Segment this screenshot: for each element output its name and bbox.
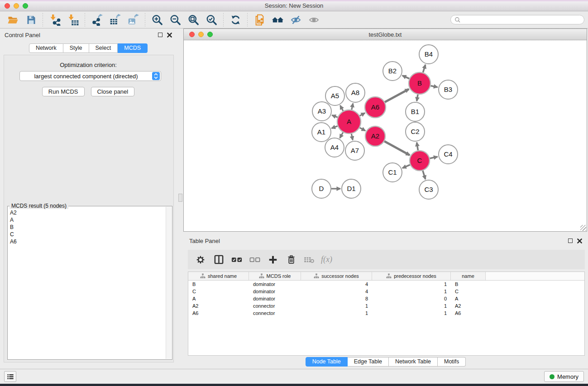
graph-node-A6[interactable]: A6 (365, 97, 386, 118)
tab-edge-table[interactable]: Edge Table (348, 357, 389, 367)
tab-node-table[interactable]: Node Table (306, 357, 348, 367)
graph-edge-A-A2[interactable] (360, 128, 365, 131)
graph-edge-B-B1[interactable] (417, 95, 418, 101)
float-panel-icon[interactable] (158, 33, 163, 37)
search-field[interactable] (450, 15, 584, 24)
graph-edge-C-C2[interactable] (417, 143, 418, 151)
network-maximize-button[interactable] (207, 32, 213, 37)
mcds-result-list[interactable]: A2 A B C A6 (9, 209, 165, 358)
table-row[interactable]: A6 connector 1 1 A6 (188, 310, 584, 317)
select-all-icon[interactable] (229, 252, 245, 267)
graph-node-C2[interactable]: C2 (406, 122, 425, 141)
graph-node-C4[interactable]: C4 (439, 145, 458, 164)
graph-node-D1[interactable]: D1 (342, 179, 361, 198)
show-columns-icon[interactable] (210, 252, 227, 267)
zoom-selected-icon[interactable] (202, 13, 220, 27)
run-mcds-button[interactable]: Run MCDS (42, 87, 85, 96)
table-row[interactable]: A dominator 8 0 A (188, 295, 584, 302)
export-network-icon[interactable] (88, 13, 106, 27)
graph-node-A1[interactable]: A1 (312, 123, 331, 142)
export-image-icon[interactable] (124, 13, 142, 27)
memory-button[interactable]: Memory (544, 371, 584, 382)
result-scrollbar[interactable] (166, 207, 172, 359)
close-window-button[interactable] (5, 3, 10, 9)
save-session-icon[interactable] (22, 13, 40, 27)
table-row[interactable]: B dominator 4 1 B (188, 281, 584, 288)
graph-edge-B-B3[interactable] (430, 86, 437, 87)
network-canvas[interactable]: AA1A2A3A4A5A6A7A8BB1B2B3B4CC1C2C3C4DD1 (184, 40, 587, 231)
graph-node-A7[interactable]: A7 (345, 141, 364, 160)
graph-node-B[interactable]: B (409, 72, 430, 94)
table-settings-gear-icon[interactable] (192, 252, 209, 267)
graph-edge-B-B2[interactable] (402, 76, 409, 79)
graph-edge-A-A3[interactable] (332, 115, 337, 118)
open-session-icon[interactable] (4, 13, 22, 27)
graph-node-D[interactable]: D (312, 179, 331, 198)
table-row[interactable]: C dominator 4 1 C (188, 288, 584, 295)
graph-node-A5[interactable]: A5 (325, 86, 344, 105)
graph-edge-C-C3[interactable] (423, 171, 425, 179)
graph-node-B1[interactable]: B1 (406, 102, 425, 121)
result-item[interactable]: A (10, 216, 165, 224)
split-divider-grip[interactable] (178, 194, 182, 202)
tab-network-table[interactable]: Network Table (389, 357, 438, 367)
task-history-button[interactable] (4, 371, 16, 382)
minimize-window-button[interactable] (14, 3, 19, 9)
graph-node-A2[interactable]: A2 (365, 126, 385, 146)
close-table-panel-icon[interactable] (577, 238, 582, 243)
deselect-all-icon[interactable] (247, 252, 263, 267)
graph-edge-A-A7[interactable] (351, 133, 353, 140)
graph-edge-B-B4[interactable] (423, 65, 425, 72)
graph-node-A8[interactable]: A8 (346, 83, 365, 102)
add-column-icon[interactable] (265, 252, 281, 267)
graph-node-B2[interactable]: B2 (383, 62, 402, 81)
column-header-name[interactable]: name (451, 272, 486, 280)
graph-node-B4[interactable]: B4 (419, 45, 438, 64)
graph-node-B3[interactable]: B3 (439, 80, 458, 99)
criterion-select[interactable]: largest connected component (directed) (19, 71, 161, 81)
zoom-out-icon[interactable] (166, 13, 184, 27)
graph-edge-C-C4[interactable] (430, 157, 437, 158)
graph-edge-A2-C[interactable] (384, 141, 410, 155)
graph-node-A4[interactable]: A4 (325, 138, 344, 157)
network-graph[interactable]: AA1A2A3A4A5A6A7A8BB1B2B3B4CC1C2C3C4DD1 (184, 40, 587, 231)
delete-column-trash-icon[interactable] (283, 252, 299, 267)
graph-edge-A-A4[interactable] (340, 133, 343, 138)
graph-node-C3[interactable]: C3 (419, 180, 438, 199)
tab-network[interactable]: Network (29, 43, 63, 53)
hide-panels-icon[interactable] (287, 13, 305, 27)
window-resize-grip[interactable] (580, 225, 586, 231)
close-panel-button[interactable]: Close panel (91, 87, 135, 96)
tab-motifs[interactable]: Motifs (438, 357, 466, 367)
zoom-in-icon[interactable] (148, 13, 166, 27)
function-builder-button[interactable]: f(x) (319, 255, 332, 264)
column-header-successor-nodes[interactable]: successor nodes (301, 272, 372, 280)
tab-select[interactable]: Select (89, 43, 118, 53)
search-input[interactable] (463, 17, 580, 23)
graph-edge-A-A8[interactable] (352, 103, 353, 110)
graph-node-C1[interactable]: C1 (383, 163, 402, 182)
graph-node-C[interactable]: C (410, 151, 430, 171)
network-close-button[interactable] (189, 32, 195, 37)
column-header-mcds-role[interactable]: MCDS role (249, 272, 301, 280)
network-minimize-button[interactable] (198, 32, 204, 37)
graph-node-A3[interactable]: A3 (312, 102, 331, 121)
tab-mcds[interactable]: MCDS (118, 43, 148, 53)
graph-edge-A-A6[interactable] (360, 113, 365, 116)
maximize-window-button[interactable] (23, 3, 28, 9)
zoom-fit-icon[interactable] (184, 13, 202, 27)
network-window-titlebar[interactable]: testGlobe.txt (184, 29, 587, 40)
graph-node-A[interactable]: A (337, 110, 361, 133)
float-table-panel-icon[interactable] (568, 238, 573, 243)
delete-table-icon[interactable] (301, 252, 317, 267)
result-item[interactable]: B (10, 224, 165, 231)
graph-edge-C-C1[interactable] (402, 165, 410, 168)
export-table-icon[interactable] (106, 13, 124, 27)
close-panel-icon[interactable] (167, 33, 172, 38)
result-item[interactable]: C (10, 231, 165, 238)
column-header-shared-name[interactable]: shared name (188, 272, 249, 280)
tab-style[interactable]: Style (63, 43, 89, 53)
show-panels-icon[interactable] (305, 13, 323, 27)
graph-edge-A6-B[interactable] (385, 89, 409, 102)
graph-edge-A-A1[interactable] (331, 126, 337, 129)
